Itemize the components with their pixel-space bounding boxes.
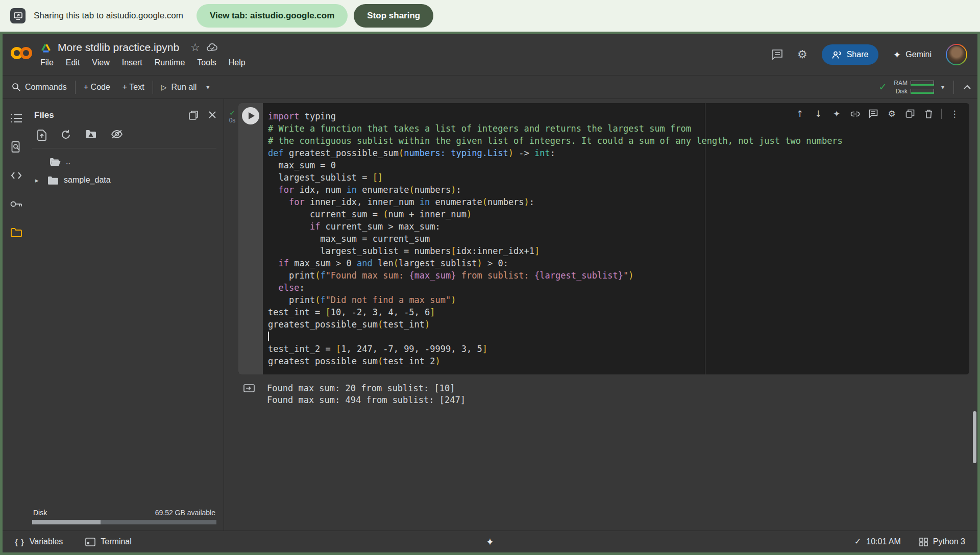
gemini-label: Gemini: [905, 50, 932, 59]
mount-drive-icon[interactable]: [85, 130, 96, 141]
add-text-button[interactable]: + Text: [122, 83, 144, 92]
folder-icon: [47, 176, 59, 185]
add-code-button[interactable]: + Code: [84, 83, 110, 92]
run-all-dropdown-icon[interactable]: ▾: [206, 84, 209, 90]
terminal-button[interactable]: Terminal: [85, 537, 131, 546]
disk-usage-footer: Disk 69.52 GB available: [32, 509, 216, 524]
code-line: print(f"Found max sum: {max_sum} from su…: [268, 269, 969, 282]
star-icon[interactable]: ☆: [190, 42, 200, 53]
stop-sharing-button[interactable]: Stop sharing: [354, 4, 433, 28]
cell-output-icon[interactable]: [243, 384, 255, 406]
copy-cell-link-icon[interactable]: [847, 107, 863, 120]
mirror-cell-icon[interactable]: [902, 107, 918, 120]
run-all-play-icon: ▷: [161, 84, 167, 91]
gemini-button[interactable]: ✦ Gemini: [893, 50, 932, 60]
code-line: if current_sum > max_sum:: [268, 220, 969, 233]
cloud-saved-icon: [206, 42, 218, 53]
menu-file[interactable]: File: [40, 58, 54, 67]
share-button[interactable]: Share: [822, 44, 879, 65]
run-all-label: Run all: [171, 83, 197, 92]
title-block: More stdlib practice.ipynb ☆ File Edit V…: [40, 34, 246, 75]
menu-help[interactable]: Help: [229, 58, 246, 67]
notebook-area: ✓ 0s import typing# Write a function tha…: [224, 99, 977, 531]
executed-check-icon: ✓: [854, 538, 861, 546]
notebook-scrollbar[interactable]: [973, 411, 976, 463]
move-cell-down-icon[interactable]: ↓: [811, 107, 826, 120]
code-line: test_int_2 = [1, 247, -7, 99, -9999, 3, …: [268, 343, 969, 355]
variables-button[interactable]: { } Variables: [15, 537, 63, 546]
tree-item-parent-dir[interactable]: ..: [32, 153, 216, 171]
gemini-explain-icon[interactable]: ✦: [829, 107, 844, 120]
code-line: greatest_possible_sum(test_int): [268, 318, 969, 331]
code-line: largest_sublist = numbers[idx:inner_idx+…: [268, 245, 969, 257]
refresh-files-icon[interactable]: [61, 130, 71, 141]
menu-insert[interactable]: Insert: [122, 58, 142, 67]
upload-file-icon[interactable]: [37, 130, 46, 141]
cell-success-check-icon: ✓: [229, 109, 235, 116]
cell-output: Found max sum: 20 from sublist: [10] Fou…: [226, 374, 969, 406]
comments-icon[interactable]: [772, 49, 783, 60]
delete-cell-icon[interactable]: [921, 107, 936, 120]
braces-icon: { }: [15, 538, 24, 546]
run-all-button[interactable]: ▷ Run all ▾: [161, 83, 210, 92]
output-line: Found max sum: 20 from sublist: [10]: [267, 383, 465, 394]
resource-monitor[interactable]: RAM Disk: [894, 80, 934, 95]
code-line: for inner_idx, inner_num in enumerate(nu…: [268, 196, 969, 208]
terminal-label: Terminal: [101, 537, 131, 546]
colab-logo-icon[interactable]: [10, 45, 33, 75]
menu-tools[interactable]: Tools: [197, 58, 216, 67]
search-icon: [12, 83, 20, 91]
code-line: # the contiguous sublist within the give…: [268, 135, 969, 147]
sidebar: Files: [3, 99, 224, 531]
add-text-label: + Text: [122, 83, 144, 92]
app-header: More stdlib practice.ipynb ☆ File Edit V…: [3, 34, 977, 75]
disk-footer-label: Disk: [33, 509, 47, 517]
notebook-title[interactable]: More stdlib practice.ipynb: [58, 41, 179, 54]
code-line: else:: [268, 282, 969, 294]
disk-label: Disk: [896, 88, 908, 95]
cell-run-strip: [238, 103, 263, 374]
code-line: max_sum = 0: [268, 159, 969, 171]
add-comment-icon[interactable]: [866, 107, 881, 120]
move-cell-up-icon[interactable]: ↑: [792, 107, 807, 120]
code-snippets-icon[interactable]: [10, 169, 22, 182]
cell-execution-status: ✓ 0s: [226, 103, 238, 374]
menu-view[interactable]: View: [92, 58, 109, 67]
menu-edit[interactable]: Edit: [66, 58, 80, 67]
run-cell-button[interactable]: [242, 107, 259, 124]
share-button-label: Share: [847, 50, 869, 59]
commands-button[interactable]: Commands: [12, 83, 67, 92]
tree-item-sample-data[interactable]: ▸ sample_data: [32, 171, 216, 189]
menu-runtime[interactable]: Runtime: [155, 58, 185, 67]
secrets-key-icon[interactable]: [10, 198, 22, 210]
collapse-toolbar-icon[interactable]: [963, 85, 971, 90]
settings-gear-icon[interactable]: ⚙: [797, 49, 807, 60]
gemini-bottom-spark-icon[interactable]: ✦: [486, 537, 494, 547]
share-people-icon: [832, 51, 842, 59]
files-panel-title: Files: [34, 110, 54, 120]
cell-settings-gear-icon[interactable]: ⚙: [884, 107, 899, 120]
code-cell: import typing# Write a function that tak…: [238, 103, 969, 374]
cell-toolbar-separator: [941, 109, 942, 119]
more-cell-actions-icon[interactable]: ⋮: [947, 107, 962, 120]
kernel-selector[interactable]: Python 3: [919, 537, 965, 546]
table-of-contents-icon[interactable]: [10, 112, 22, 124]
close-files-panel-icon[interactable]: [208, 111, 216, 120]
code-editor[interactable]: import typing# Write a function that tak…: [263, 103, 969, 374]
code-line: current_sum = (num + inner_num): [268, 208, 969, 220]
resources-dropdown-icon[interactable]: ▾: [941, 84, 944, 90]
open-files-in-tab-icon[interactable]: [189, 111, 198, 120]
avatar[interactable]: [946, 44, 967, 65]
files-folder-icon[interactable]: [10, 226, 22, 239]
find-replace-icon[interactable]: [10, 141, 22, 153]
code-line: def greatest_possible_sum(numbers: typin…: [268, 147, 969, 159]
colab-app: More stdlib practice.ipynb ☆ File Edit V…: [0, 32, 980, 555]
runtime-connected-check-icon: ✓: [878, 82, 887, 92]
text-cursor: [268, 332, 269, 341]
ram-label: RAM: [894, 80, 908, 87]
files-divider: [32, 148, 216, 148]
hide-hidden-files-icon[interactable]: [111, 130, 123, 141]
expand-caret-icon[interactable]: ▸: [35, 177, 42, 184]
view-tab-button[interactable]: View tab: aistudio.google.com: [197, 4, 348, 28]
code-line: [268, 331, 969, 343]
